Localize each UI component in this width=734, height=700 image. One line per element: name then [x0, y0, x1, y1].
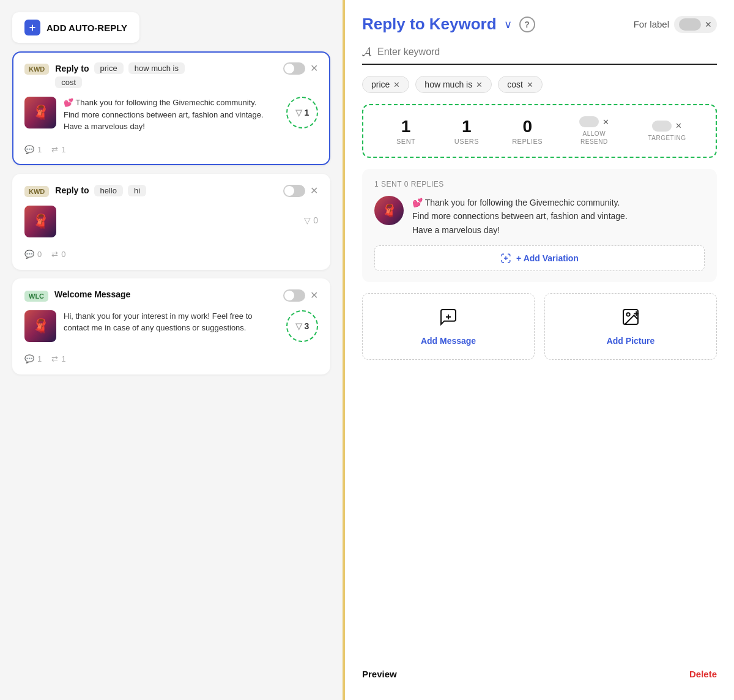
allow-resend-toggle[interactable]: [579, 116, 599, 127]
add-message-label: Add Message: [421, 336, 476, 346]
chat-icon-1: 💬: [24, 145, 34, 154]
kw-tag-how-much-is-label: how much is: [424, 80, 472, 89]
preview-label: Preview: [362, 669, 397, 679]
card-3-header-text: Welcome Message: [54, 289, 277, 299]
card-3-header: WLC Welcome Message ✕: [24, 289, 318, 302]
stat-allow-resend: ✕ ALLOWRESEND: [558, 116, 631, 146]
delete-button[interactable]: Delete: [689, 669, 717, 679]
send-icon-2: ▽: [304, 215, 311, 225]
add-auto-reply-button[interactable]: + ADD AUTO-REPLY: [12, 12, 139, 43]
card-1-reshares: 1: [61, 145, 65, 154]
card-1-kw-how-much-is: how much is: [128, 62, 185, 74]
card-1: KWD Reply to price how much is cost ✕ 🧣 …: [12, 51, 330, 165]
add-variation-label: + Add Variation: [516, 253, 579, 263]
card-1-footer: 💬 1 ⇄ 1: [24, 140, 318, 154]
card-3-title-row: Welcome Message: [54, 289, 277, 299]
card-2-badge: KWD: [24, 186, 49, 197]
add-picture-icon: [621, 307, 640, 331]
card-3-toggle[interactable]: [283, 289, 305, 302]
card-2-replies-stat: 💬 0: [24, 250, 42, 259]
card-3-reshares: 1: [61, 354, 65, 363]
targeting-close[interactable]: ✕: [675, 121, 682, 130]
right-panel: Reply to Keyword ∨ ? For label ✕ 𝓐 price…: [343, 0, 734, 700]
card-3-close[interactable]: ✕: [310, 291, 318, 300]
stat-replies: 0 REPLIES: [497, 117, 558, 145]
for-label-text: For label: [634, 19, 669, 29]
msg-card-header: 1 SENT 0 REPLIES: [374, 180, 705, 188]
card-1-kw-price: price: [94, 62, 124, 74]
card-1-close[interactable]: ✕: [310, 64, 318, 73]
card-3-title: Welcome Message: [54, 289, 130, 299]
card-1-title-row: Reply to price how much is: [55, 62, 277, 74]
card-2-kw-hello: hello: [94, 185, 123, 196]
card-3-controls: ✕: [283, 289, 318, 302]
chat-icon-2: 💬: [24, 250, 34, 259]
card-1-header-text: Reply to price how much is cost: [55, 62, 277, 88]
add-message-icon: [439, 307, 458, 331]
chevron-down-icon[interactable]: ∨: [504, 18, 512, 31]
card-1-replies: 1: [37, 145, 42, 154]
card-1-replies-stat: 💬 1: [24, 145, 42, 154]
kw-tag-price: price ✕: [362, 76, 409, 93]
card-2-title-row: Reply to hello hi: [55, 185, 277, 196]
rp-header: Reply to Keyword ∨ ? For label ✕: [362, 15, 717, 34]
add-picture-label: Add Picture: [607, 336, 655, 346]
add-variation-button[interactable]: + Add Variation: [374, 245, 705, 271]
help-button[interactable]: ?: [519, 17, 535, 32]
chat-icon-3: 💬: [24, 354, 34, 363]
add-picture-button[interactable]: Add Picture: [544, 293, 717, 360]
card-1-toggle[interactable]: [283, 62, 305, 75]
card-2-header-text: Reply to hello hi: [55, 185, 277, 196]
stat-targeting: ✕ TARGETING: [631, 121, 703, 142]
kw-tag-cost: cost ✕: [498, 76, 543, 93]
card-1-reshares-stat: ⇄ 1: [51, 145, 65, 154]
card-2-count: 0: [313, 215, 318, 225]
card-3-send-count: ▽ 3: [286, 310, 318, 342]
kw-tag-how-much-is-remove[interactable]: ✕: [476, 80, 483, 89]
allow-resend-close[interactable]: ✕: [602, 117, 609, 127]
for-label-toggle[interactable]: [679, 18, 701, 31]
card-2-header: KWD Reply to hello hi ✕: [24, 185, 318, 197]
targeting-toggle[interactable]: [652, 121, 672, 132]
kw-tag-cost-remove[interactable]: ✕: [527, 80, 533, 89]
card-2-controls: ✕: [283, 185, 318, 197]
card-1-avatar: 🧣: [24, 97, 56, 128]
keyword-icon: 𝓐: [362, 45, 371, 59]
keyword-tags-row: price ✕ how much is ✕ cost ✕: [362, 76, 717, 93]
preview-button[interactable]: Preview: [362, 669, 397, 679]
rp-title: Reply to Keyword: [362, 15, 497, 34]
for-label-close[interactable]: ✕: [705, 20, 712, 29]
delete-label: Delete: [689, 669, 717, 679]
add-message-button[interactable]: Add Message: [362, 293, 535, 360]
stat-sent-label: SENT: [376, 138, 436, 145]
stat-users-label: USERS: [436, 138, 497, 145]
card-2-toggle[interactable]: [283, 185, 305, 197]
stat-replies-label: REPLIES: [497, 138, 558, 145]
card-1-header: KWD Reply to price how much is cost ✕: [24, 62, 318, 88]
add-buttons-row: Add Message Add Picture: [362, 293, 717, 360]
keyword-input[interactable]: [377, 47, 717, 58]
stat-sent: 1 SENT: [376, 117, 436, 145]
card-3-replies-stat: 💬 1: [24, 354, 42, 363]
message-card: 1 SENT 0 REPLIES 🧣 💕 Thank you for follo…: [362, 169, 717, 282]
plus-icon: +: [24, 20, 40, 35]
stat-sent-value: 1: [376, 117, 436, 136]
send-icon-1: ▽: [295, 108, 302, 117]
variation-icon: [500, 253, 511, 264]
for-label-row: For label ✕: [634, 16, 717, 33]
reshare-icon-3: ⇄: [51, 354, 58, 363]
card-1-message: 💕 Thank you for following the Givemechic…: [64, 97, 279, 133]
card-3-replies: 1: [37, 354, 42, 363]
send-icon-3: ▽: [295, 321, 302, 331]
kw-tag-how-much-is: how much is ✕: [415, 76, 492, 93]
card-2-close[interactable]: ✕: [310, 186, 318, 196]
card-1-extra-keywords: cost: [55, 76, 277, 88]
kw-tag-cost-label: cost: [507, 80, 523, 89]
kw-tag-price-remove[interactable]: ✕: [393, 80, 400, 89]
card-2-body: 🧣 ▽ 0: [24, 206, 318, 237]
card-1-title: Reply to: [55, 64, 89, 73]
card-3-reshares-stat: ⇄ 1: [51, 354, 65, 363]
card-3-message: Hi, thank you for your interest in my wo…: [64, 310, 279, 334]
card-2-reshares: 0: [61, 250, 65, 259]
card-3: WLC Welcome Message ✕ 🧣 Hi, thank you fo…: [12, 278, 330, 374]
